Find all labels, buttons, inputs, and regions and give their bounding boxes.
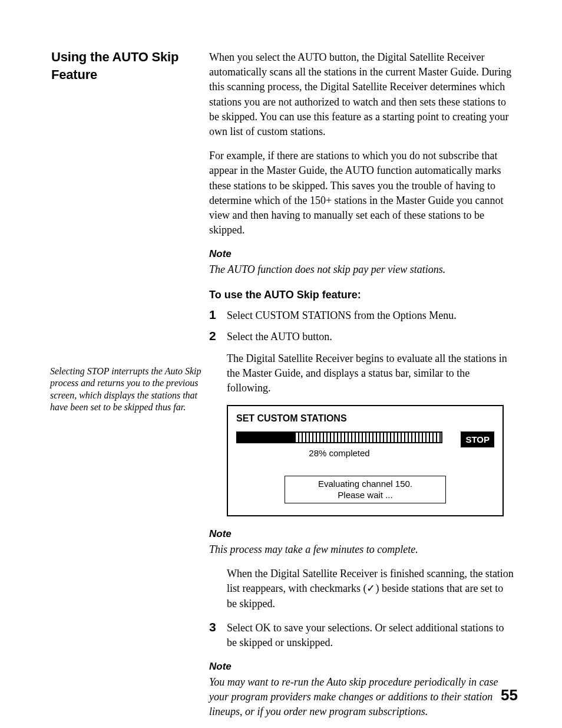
step-text: Select the AUTO button. (227, 330, 515, 344)
diagram-title: SET CUSTOM STATIONS (236, 412, 494, 425)
status-diagram: SET CUSTOM STATIONS 28% completed STOP E… (227, 405, 504, 516)
note-label: Note (209, 247, 515, 261)
step-text: Select CUSTOM STATIONS from the Options … (227, 308, 515, 323)
paragraph: For example, if there are stations to wh… (209, 149, 515, 238)
progress-ticks (295, 433, 441, 442)
status-line: Please wait ... (338, 490, 392, 500)
diagram-progress-area: 28% completed (236, 431, 455, 459)
step-item: Select CUSTOM STATIONS from the Options … (209, 308, 515, 323)
page-number: 55 (501, 686, 518, 704)
main-content: When you select the AUTO button, the Dig… (209, 50, 515, 728)
subheading: To use the AUTO Skip feature: (209, 288, 515, 302)
step-text: Select OK to save your selections. Or se… (227, 621, 515, 650)
note-text: This process may take a few minutes to c… (209, 542, 515, 557)
status-box: Evaluating channel 150. Please wait ... (285, 476, 446, 504)
paragraph: When you select the AUTO button, the Dig… (209, 50, 515, 139)
step-list: Select CUSTOM STATIONS from the Options … (209, 308, 515, 396)
checkmark-icon: ✓ (366, 582, 375, 594)
note-text: The AUTO function does not skip pay per … (209, 262, 515, 277)
status-line: Evaluating channel 150. (318, 479, 412, 489)
stop-button[interactable]: STOP (461, 431, 494, 447)
note-text: You may want to re-run the Auto skip pro… (209, 675, 515, 720)
page: Using the AUTO Skip Feature Selecting ST… (0, 0, 562, 728)
step-text: The Digital Satellite Receiver begins to… (227, 351, 515, 396)
progress-label: 28% completed (236, 447, 442, 459)
section-heading: Using the AUTO Skip Feature (51, 48, 187, 83)
note-label: Note (209, 527, 515, 541)
step-item: Select OK to save your selections. Or se… (209, 621, 515, 650)
progress-bar (236, 431, 442, 443)
note-label: Note (209, 660, 515, 674)
diagram-row: 28% completed STOP (236, 431, 494, 459)
step-list: Select OK to save your selections. Or se… (209, 621, 515, 650)
step-continuation: When the Digital Satellite Receiver is f… (209, 566, 515, 611)
progress-fill (237, 433, 295, 442)
margin-note: Selecting STOP interrupts the Auto Skip … (50, 365, 202, 414)
step-item: Select the AUTO button. The Digital Sate… (209, 330, 515, 396)
